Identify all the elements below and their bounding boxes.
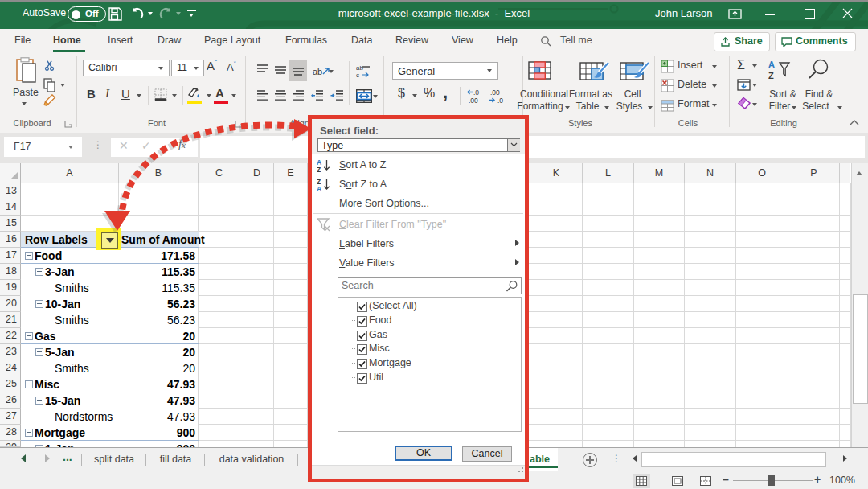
svg-text:.0: .0 [497, 97, 503, 105]
svg-text:ab: ab [356, 64, 363, 72]
svg-text:.00: .00 [490, 88, 500, 97]
svg-text:A: A [768, 60, 775, 69]
svg-text:ab: ab [313, 67, 322, 76]
svg-text:Z: Z [768, 71, 774, 80]
svg-text:.0: .0 [473, 88, 479, 97]
svg-text:A: A [317, 185, 321, 192]
svg-text:.00: .00 [469, 97, 478, 105]
svg-text:Z: Z [317, 166, 321, 173]
svg-text:c: c [356, 72, 359, 78]
